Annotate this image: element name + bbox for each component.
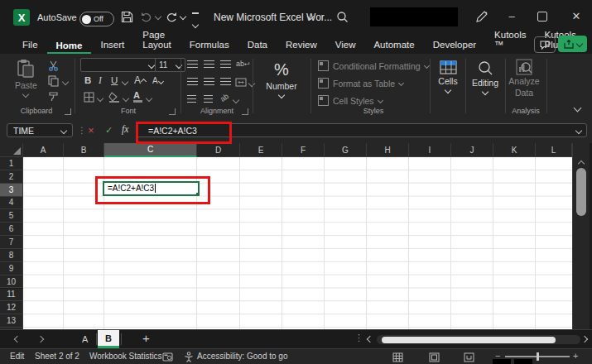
clipboard-dialog-launcher-icon[interactable] bbox=[65, 108, 71, 115]
column-header-h[interactable]: H bbox=[367, 143, 409, 157]
decrease-font-button[interactable]: A bbox=[152, 76, 163, 85]
zoom-in-button[interactable]: + bbox=[573, 351, 578, 361]
column-header-j[interactable]: J bbox=[451, 143, 493, 157]
tab-review[interactable]: Review bbox=[277, 40, 326, 54]
row-header-6[interactable]: 6 bbox=[0, 223, 23, 236]
tab-data[interactable]: Data bbox=[238, 40, 277, 54]
merge-chevron-icon[interactable] bbox=[248, 80, 255, 87]
fill-color-icon[interactable] bbox=[108, 92, 120, 103]
collapse-ribbon-chevron-icon[interactable] bbox=[574, 104, 582, 113]
column-header-l[interactable]: L bbox=[536, 143, 572, 157]
font-color-icon[interactable]: A bbox=[133, 90, 142, 103]
horizontal-scrollbar[interactable] bbox=[377, 335, 580, 344]
underline-button[interactable]: U bbox=[111, 75, 118, 85]
align-center-icon[interactable] bbox=[204, 78, 214, 86]
copy-icon[interactable] bbox=[48, 75, 59, 87]
copy-dropdown-chevron-icon[interactable] bbox=[62, 79, 69, 85]
orientation-icon[interactable]: ab bbox=[219, 92, 230, 103]
undo-icon[interactable] bbox=[141, 11, 152, 22]
row-header-4[interactable]: 4 bbox=[0, 197, 23, 210]
enter-icon[interactable]: ✓ bbox=[105, 125, 113, 136]
column-header-a[interactable]: A bbox=[23, 143, 64, 157]
sheet-info[interactable]: Sheet 2 of 2 bbox=[35, 352, 79, 361]
column-header-k[interactable]: K bbox=[493, 143, 536, 157]
row-header-9[interactable]: 9 bbox=[0, 262, 23, 275]
column-header-f[interactable]: F bbox=[282, 143, 325, 157]
excel-logo-icon[interactable]: X bbox=[13, 9, 30, 26]
page-layout-view-icon[interactable] bbox=[429, 352, 440, 362]
redo-icon[interactable] bbox=[166, 11, 177, 22]
name-box-resize-dots-icon[interactable]: ⋮ bbox=[78, 126, 86, 135]
cells-button[interactable]: Cells bbox=[433, 60, 463, 93]
sheet-prev-chevron-icon[interactable] bbox=[14, 336, 21, 342]
row-header-7[interactable]: 7 bbox=[0, 236, 23, 249]
redo-dropdown-chevron-icon[interactable] bbox=[180, 13, 186, 20]
borders-icon[interactable] bbox=[84, 92, 94, 103]
cut-icon[interactable] bbox=[48, 60, 59, 71]
increase-indent-icon[interactable] bbox=[204, 95, 213, 103]
column-header-d[interactable]: D bbox=[197, 143, 240, 157]
row-header-13[interactable]: 13 bbox=[0, 314, 23, 328]
select-all-corner[interactable] bbox=[0, 143, 23, 157]
sheet-tab-b[interactable]: B bbox=[98, 330, 119, 348]
increase-font-button[interactable]: A bbox=[134, 74, 146, 86]
accessibility-status[interactable]: Accessibility: Good to go bbox=[197, 352, 288, 361]
borders-chevron-icon[interactable] bbox=[97, 95, 103, 102]
vertical-scroll-thumb[interactable] bbox=[576, 168, 586, 216]
insert-function-icon[interactable]: fx bbox=[122, 124, 128, 134]
align-middle-icon[interactable] bbox=[204, 60, 214, 69]
underline-chevron-icon[interactable] bbox=[122, 79, 128, 85]
row-header-5[interactable]: 5 bbox=[0, 209, 23, 223]
align-bottom-icon[interactable] bbox=[220, 60, 231, 69]
row-header-12[interactable]: 12 bbox=[0, 301, 23, 314]
tab-view[interactable]: View bbox=[326, 40, 365, 54]
column-header-b[interactable]: B bbox=[64, 143, 104, 157]
wrap-text-icon[interactable]: ab⮠ bbox=[236, 60, 249, 69]
maximize-button[interactable] bbox=[537, 12, 547, 22]
comments-button[interactable] bbox=[534, 36, 556, 53]
orientation-chevron-icon[interactable] bbox=[233, 97, 239, 103]
vertical-scrollbar[interactable] bbox=[572, 143, 590, 329]
row-header-11[interactable]: 11 bbox=[0, 289, 23, 302]
scroll-up-chevron-icon[interactable] bbox=[578, 160, 585, 167]
zoom-slider[interactable] bbox=[505, 356, 570, 357]
accessibility-icon[interactable] bbox=[184, 352, 194, 362]
name-box[interactable]: TIME bbox=[7, 123, 73, 137]
tab-page-layout[interactable]: Page Layout bbox=[133, 30, 180, 54]
search-icon[interactable] bbox=[336, 11, 349, 23]
row-header-3[interactable]: 3 bbox=[0, 184, 23, 197]
column-header-c[interactable]: C bbox=[104, 143, 197, 157]
quick-access-more-icon[interactable] bbox=[192, 12, 199, 31]
align-left-icon[interactable] bbox=[187, 78, 198, 86]
align-top-icon[interactable] bbox=[187, 60, 198, 69]
decrease-indent-icon[interactable] bbox=[187, 95, 196, 103]
row-header-10[interactable]: 10 bbox=[0, 275, 23, 289]
bold-button[interactable]: B bbox=[84, 75, 91, 85]
cells-area[interactable]: =A!C2+A!C3 bbox=[23, 157, 572, 329]
tab-file[interactable]: File bbox=[13, 40, 47, 54]
paste-button[interactable]: Paste bbox=[15, 59, 37, 97]
format-as-table-button[interactable]: Format as Table bbox=[318, 78, 403, 89]
tab-insert[interactable]: Insert bbox=[91, 40, 133, 54]
alignment-dialog-launcher-icon[interactable] bbox=[242, 108, 248, 115]
undo-dropdown-chevron-icon[interactable] bbox=[155, 13, 161, 20]
tab-kutools[interactable]: Kutools ™ bbox=[485, 30, 535, 54]
hscroll-right-chevron-icon[interactable] bbox=[581, 336, 588, 342]
autosave-toggle[interactable]: Off bbox=[79, 12, 114, 26]
sheet-tab-a[interactable]: A bbox=[75, 330, 95, 348]
pen-mode-icon[interactable] bbox=[475, 11, 488, 23]
format-painter-icon[interactable] bbox=[48, 91, 59, 102]
font-color-chevron-icon[interactable] bbox=[146, 95, 152, 102]
normal-view-icon[interactable] bbox=[392, 352, 403, 362]
tab-developer[interactable]: Developer bbox=[424, 40, 485, 54]
workbook-statistics[interactable]: Workbook Statistics bbox=[89, 352, 162, 361]
align-right-icon[interactable] bbox=[220, 78, 231, 86]
font-dialog-launcher-icon[interactable] bbox=[169, 108, 176, 115]
cancel-icon[interactable]: × bbox=[88, 124, 94, 136]
sheet-options-dots-icon[interactable]: ⋮ bbox=[354, 333, 363, 343]
display-settings-icon[interactable] bbox=[162, 352, 173, 362]
share-button[interactable] bbox=[558, 36, 587, 52]
italic-button[interactable]: I bbox=[99, 75, 102, 85]
column-header-g[interactable]: G bbox=[325, 143, 367, 157]
conditional-formatting-button[interactable]: Conditional Formatting bbox=[318, 60, 429, 71]
